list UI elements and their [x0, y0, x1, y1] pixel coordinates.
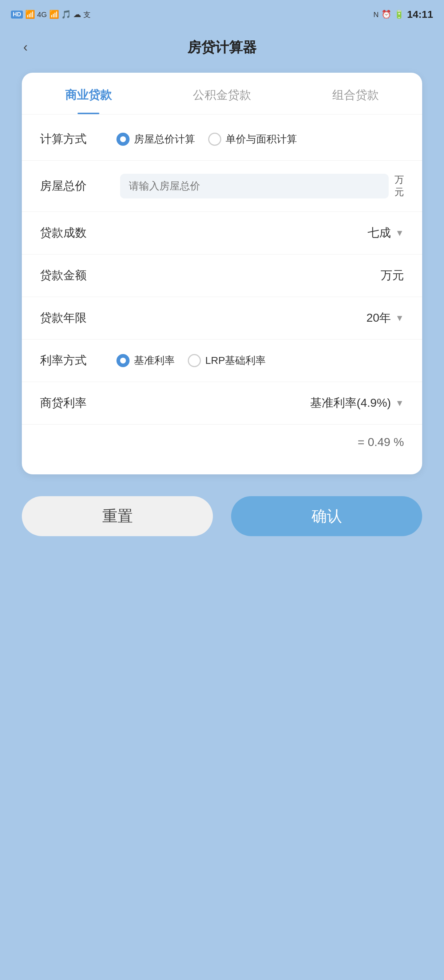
signal-4g-2: 4G: [37, 11, 47, 19]
loan-years-dropdown[interactable]: 20年 ▼: [366, 310, 404, 326]
tab-bar: 商业贷款 公积金贷款 组合贷款: [22, 73, 422, 115]
interest-option-base-label: 基准利率: [134, 354, 175, 368]
loan-ratio-arrow-icon: ▼: [395, 228, 404, 238]
commercial-rate-dropdown[interactable]: 基准利率(4.9%) ▼: [310, 395, 404, 411]
calc-method-row: 计算方式 房屋总价计算 单价与面积计算: [22, 118, 422, 161]
house-price-wrapper: [120, 174, 389, 199]
interest-type-row: 利率方式 基准利率 LRP基础利率: [22, 339, 422, 382]
commercial-rate-label: 商贷利率: [40, 395, 105, 411]
commercial-rate-row: 商贷利率 基准利率(4.9%) ▼: [22, 382, 422, 425]
calc-method-options: 房屋总价计算 单价与面积计算: [117, 132, 297, 146]
radio-unit-price[interactable]: [208, 133, 221, 146]
house-price-label: 房屋总价: [40, 178, 105, 194]
interest-type-options: 基准利率 LRP基础利率: [117, 354, 266, 368]
status-bar: HD 📶 4G 📶 🎵 ☁ 支 N ⏰ 🔋 14:11: [0, 0, 444, 29]
nfc-icon: N: [374, 11, 379, 19]
back-button[interactable]: ‹: [14, 37, 37, 58]
calc-option-unit-label: 单价与面积计算: [226, 132, 297, 146]
loan-amount-row: 贷款金额 万元: [22, 255, 422, 297]
reset-button[interactable]: 重置: [22, 496, 213, 536]
loan-years-value: 20年: [366, 310, 391, 326]
loan-amount-unit: 万元: [381, 267, 404, 283]
calc-option-unit[interactable]: 单价与面积计算: [208, 132, 297, 146]
pay-icon: 支: [83, 10, 91, 20]
tab-combined[interactable]: 组合贷款: [289, 73, 422, 114]
house-price-unit: 万元: [394, 174, 404, 199]
calc-option-total[interactable]: 房屋总价计算: [117, 132, 195, 146]
radio-base-rate[interactable]: [117, 354, 129, 367]
hd-badge: HD: [11, 11, 23, 19]
interest-option-base[interactable]: 基准利率: [117, 354, 175, 368]
loan-ratio-value-area: 七成 ▼: [367, 225, 404, 241]
page-title: 房贷计算器: [187, 38, 257, 57]
loan-ratio-dropdown[interactable]: 七成 ▼: [367, 225, 404, 241]
interest-type-label: 利率方式: [40, 353, 105, 369]
monthly-rate-display: = 0.49 %: [22, 425, 422, 460]
loan-ratio-label: 贷款成数: [40, 225, 105, 241]
calc-method-label: 计算方式: [40, 131, 105, 147]
radio-total-price[interactable]: [117, 133, 129, 146]
loan-years-label: 贷款年限: [40, 310, 105, 326]
app-header: ‹ 房贷计算器: [0, 29, 444, 65]
interest-option-lrp-label: LRP基础利率: [205, 354, 266, 368]
cloud-icon: ☁: [73, 10, 81, 19]
commercial-rate-value: 基准利率(4.9%): [310, 395, 391, 411]
loan-years-arrow-icon: ▼: [395, 313, 404, 323]
loan-amount-label: 贷款金额: [40, 267, 105, 283]
house-price-row: 房屋总价 万元: [22, 161, 422, 212]
interest-option-lrp[interactable]: LRP基础利率: [188, 354, 266, 368]
calc-option-total-label: 房屋总价计算: [134, 132, 195, 146]
status-right: N ⏰ 🔋 14:11: [374, 9, 433, 21]
wifi-icon: 📶: [49, 10, 59, 19]
loan-ratio-value: 七成: [367, 225, 391, 241]
alarm-icon: ⏰: [382, 10, 391, 19]
commercial-rate-value-area: 基准利率(4.9%) ▼: [310, 395, 404, 411]
status-time: 14:11: [407, 9, 433, 21]
main-card: 商业贷款 公积金贷款 组合贷款 计算方式 房屋总价计算 单价与面积计算 房屋总价: [22, 73, 422, 474]
loan-amount-value-area: 万元: [381, 267, 404, 283]
house-price-input[interactable]: [129, 180, 380, 192]
tab-commercial[interactable]: 商业贷款: [22, 73, 155, 114]
house-price-input-area: 万元: [113, 174, 404, 199]
radio-lrp-rate[interactable]: [188, 354, 201, 367]
confirm-button[interactable]: 确认: [231, 496, 422, 536]
battery-icon: 🔋: [394, 10, 404, 19]
bottom-buttons: 重置 确认: [22, 496, 422, 536]
loan-ratio-row: 贷款成数 七成 ▼: [22, 212, 422, 255]
loan-years-value-area: 20年 ▼: [366, 310, 404, 326]
signal-4g-1: 📶: [25, 10, 35, 19]
commercial-rate-arrow-icon: ▼: [395, 398, 404, 408]
loan-years-row: 贷款年限 20年 ▼: [22, 297, 422, 339]
tab-provident[interactable]: 公积金贷款: [155, 73, 289, 114]
status-left: HD 📶 4G 📶 🎵 ☁ 支: [11, 10, 91, 20]
music-icon: 🎵: [61, 10, 71, 19]
